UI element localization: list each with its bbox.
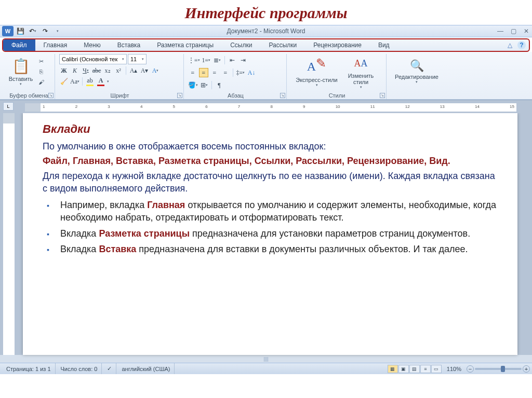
- superscript-button[interactable]: x²: [114, 66, 123, 75]
- redo-icon[interactable]: ↷: [39, 26, 51, 36]
- list-item: Вкладка Вставка предназначена для вставк…: [58, 243, 498, 255]
- align-center-icon[interactable]: ≡: [199, 68, 208, 77]
- group-editing: 🔍 Редактирование▾: [388, 54, 445, 99]
- status-word-count[interactable]: Число слов: 0: [57, 363, 102, 374]
- view-web-icon[interactable]: ▤: [409, 365, 420, 373]
- zoom-level[interactable]: 110%: [443, 366, 466, 372]
- editing-button[interactable]: 🔍 Редактирование▾: [391, 54, 443, 89]
- sort-icon[interactable]: A↓: [247, 68, 256, 77]
- find-icon: 🔍: [410, 59, 424, 73]
- doc-p2: Для перехода к нужной вкладке достаточно…: [43, 170, 498, 195]
- close-icon[interactable]: ✕: [524, 28, 529, 35]
- align-left-icon[interactable]: ≡: [188, 68, 197, 77]
- change-styles-label: Изменить стили: [343, 73, 379, 85]
- editing-label: Редактирование: [395, 74, 438, 80]
- font-color-icon[interactable]: A: [96, 77, 105, 86]
- tab-selector-icon[interactable]: L: [3, 102, 14, 111]
- clipboard-launcher-icon[interactable]: ↘: [48, 93, 54, 98]
- tab-review[interactable]: Рецензирование: [305, 39, 370, 51]
- tab-view[interactable]: Вид: [370, 39, 398, 51]
- tab-references[interactable]: Ссылки: [222, 39, 260, 51]
- multilevel-icon[interactable]: ≣▾: [212, 56, 222, 65]
- bold-button[interactable]: Ж: [59, 66, 69, 75]
- line-spacing-icon[interactable]: ‡≡▾: [236, 68, 245, 77]
- split-handle[interactable]: ||||: [0, 355, 532, 363]
- zoom-slider[interactable]: [475, 368, 522, 370]
- status-bar: Страница: 1 из 1 Число слов: 0 ✓ английс…: [0, 363, 532, 374]
- title-bar: W 💾 ↶▾ ↷ ▾ Документ2 - Microsoft Word — …: [0, 25, 532, 37]
- change-case-icon[interactable]: Aa▾: [70, 77, 79, 86]
- grow-font-icon[interactable]: A▴: [129, 66, 138, 75]
- shrink-font-icon[interactable]: A▾: [140, 66, 149, 75]
- justify-icon[interactable]: ≡: [221, 68, 230, 77]
- align-right-icon[interactable]: ≡: [210, 68, 219, 77]
- qat-customize-icon[interactable]: ▾: [52, 26, 63, 36]
- strike-button[interactable]: abc: [92, 66, 101, 75]
- zoom-out-icon[interactable]: −: [467, 365, 474, 373]
- view-buttons: ▦ ▣ ▤ ≡ ▭: [388, 365, 442, 373]
- view-fullscreen-icon[interactable]: ▣: [398, 365, 409, 373]
- spellcheck-icon: ✓: [107, 365, 112, 372]
- underline-button[interactable]: Ч▾: [81, 66, 90, 75]
- word-logo-icon[interactable]: W: [2, 26, 14, 36]
- change-styles-button[interactable]: AA Изменить стили▾: [343, 54, 379, 89]
- format-painter-icon[interactable]: 🖌: [35, 77, 47, 87]
- styles-launcher-icon[interactable]: ↘: [380, 93, 385, 98]
- tab-mailings[interactable]: Рассылки: [260, 39, 305, 51]
- undo-icon[interactable]: ↶▾: [27, 26, 38, 36]
- minimize-icon[interactable]: —: [497, 28, 503, 35]
- font-size-select[interactable]: 11▾: [128, 54, 147, 64]
- tab-home[interactable]: Главная: [35, 39, 76, 51]
- status-spellcheck[interactable]: ✓: [103, 363, 116, 374]
- dec-indent-icon[interactable]: ⇤: [228, 56, 237, 65]
- font-launcher-icon[interactable]: ↘: [177, 93, 182, 98]
- ribbon-minimize-icon[interactable]: △: [508, 42, 512, 49]
- tab-menu[interactable]: Меню: [75, 39, 109, 51]
- font-name-select[interactable]: Calibri (Основной тек▾: [59, 54, 127, 64]
- tab-insert[interactable]: Вставка: [109, 39, 149, 51]
- ruler-horizontal-area: L 123456789101112131415: [0, 100, 532, 113]
- italic-button[interactable]: К: [70, 66, 79, 75]
- shading-icon[interactable]: 🪣▾: [188, 80, 198, 90]
- paste-button[interactable]: 📋 Вставить ▾: [6, 54, 35, 89]
- cut-icon[interactable]: ✂: [35, 57, 47, 66]
- view-outline-icon[interactable]: ≡: [420, 365, 431, 373]
- help-icon[interactable]: ?: [517, 41, 526, 49]
- ribbon-tabs: Файл Главная Меню Вставка Разметка стран…: [2, 38, 530, 52]
- numbering-icon[interactable]: 1≡▾: [202, 56, 211, 65]
- view-draft-icon[interactable]: ▭: [431, 365, 442, 373]
- show-marks-icon[interactable]: ¶: [215, 80, 224, 90]
- paste-icon: 📋: [12, 58, 30, 75]
- zoom-slider-thumb[interactable]: [501, 366, 505, 372]
- quick-access-toolbar: W 💾 ↶▾ ↷ ▾: [2, 26, 63, 36]
- ruler-vertical[interactable]: [3, 113, 15, 355]
- tab-file[interactable]: Файл: [3, 39, 35, 51]
- paste-label: Вставить: [9, 76, 33, 82]
- group-clipboard: 📋 Вставить ▾ ✂ ⎘ 🖌 Буфер обмена ↘: [3, 54, 55, 99]
- view-print-layout-icon[interactable]: ▦: [388, 365, 398, 373]
- doc-intro-line: По умолчанию в окне отображается восемь …: [43, 140, 498, 153]
- ribbon: 📋 Вставить ▾ ✂ ⎘ 🖌 Буфер обмена ↘ Calibr…: [0, 52, 532, 100]
- subscript-button[interactable]: x₂: [103, 66, 112, 75]
- highlight-icon[interactable]: ab: [85, 77, 95, 86]
- text-effects-icon[interactable]: A▾: [151, 66, 160, 75]
- bullets-icon[interactable]: ⋮≡▾: [188, 56, 200, 65]
- borders-icon[interactable]: ⊞▾: [200, 80, 209, 90]
- status-language[interactable]: английский (США): [117, 363, 175, 374]
- status-page[interactable]: Страница: 1 из 1: [2, 363, 56, 374]
- ruler-horizontal[interactable]: 123456789101112131415: [25, 103, 516, 112]
- zoom-in-icon[interactable]: +: [523, 365, 530, 373]
- inc-indent-icon[interactable]: ⇥: [238, 56, 248, 65]
- quick-styles-button[interactable]: A✎ Экспресс-стили▾: [295, 54, 339, 89]
- paragraph-launcher-icon[interactable]: ↘: [280, 93, 285, 98]
- document-page[interactable]: Вкладки По умолчанию в окне отображается…: [23, 113, 517, 355]
- maximize-icon[interactable]: ▢: [511, 28, 516, 35]
- copy-icon[interactable]: ⎘: [35, 67, 47, 76]
- tab-layout[interactable]: Разметка страницы: [149, 39, 222, 51]
- font-color-dropdown-icon[interactable]: ▾: [107, 79, 109, 84]
- list-item: Например, вкладка Главная открывается по…: [58, 199, 498, 224]
- clear-format-icon[interactable]: 🧹: [59, 77, 69, 86]
- group-styles: A✎ Экспресс-стили▾ AA Изменить стили▾ Ст…: [288, 54, 387, 99]
- save-icon[interactable]: 💾: [15, 26, 26, 36]
- doc-tabs-list: Файл, Главная, Вставка, Разметка страниц…: [43, 155, 498, 167]
